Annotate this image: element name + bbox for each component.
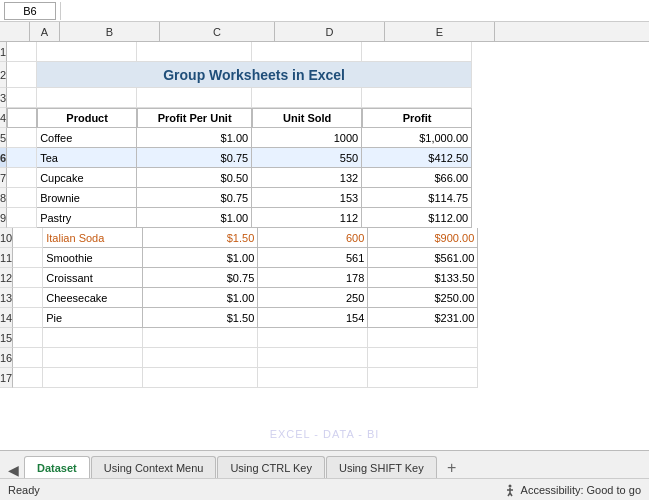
- cell-a12[interactable]: [13, 268, 43, 288]
- cell[interactable]: 132: [252, 168, 362, 188]
- cell[interactable]: $1.00: [137, 128, 252, 148]
- cell[interactable]: [143, 328, 258, 348]
- cell[interactable]: 112: [252, 208, 362, 228]
- cell[interactable]: $1.00: [143, 248, 258, 268]
- cell[interactable]: $1,000.00: [362, 128, 472, 148]
- cell[interactable]: $114.75: [362, 188, 472, 208]
- cell[interactable]: [137, 42, 252, 62]
- cell[interactable]: [37, 88, 137, 108]
- cell[interactable]: 153: [252, 188, 362, 208]
- cell[interactable]: [43, 348, 143, 368]
- cell[interactable]: Tea: [37, 148, 137, 168]
- cell-a4[interactable]: [7, 108, 37, 128]
- cell-a9[interactable]: [7, 208, 37, 228]
- row-header-16[interactable]: 16: [0, 348, 13, 368]
- row-header-1[interactable]: 1: [0, 42, 7, 62]
- cell[interactable]: [137, 88, 252, 108]
- cell[interactable]: 600: [258, 228, 368, 248]
- cell[interactable]: Pastry: [37, 208, 137, 228]
- row-header-15[interactable]: 15: [0, 328, 13, 348]
- cell[interactable]: $1.00: [143, 288, 258, 308]
- cell[interactable]: $250.00: [368, 288, 478, 308]
- cell[interactable]: $1.00: [137, 208, 252, 228]
- add-sheet-button[interactable]: +: [442, 458, 462, 478]
- cell-a1[interactable]: [7, 42, 37, 62]
- col-header-c[interactable]: C: [160, 22, 275, 41]
- cell[interactable]: [143, 348, 258, 368]
- row-header-2[interactable]: 2: [0, 62, 7, 88]
- cell[interactable]: [368, 328, 478, 348]
- row-header-9[interactable]: 9: [0, 208, 7, 228]
- cell-a10[interactable]: [13, 228, 43, 248]
- row-header-6[interactable]: 6: [0, 148, 7, 168]
- row-header-17[interactable]: 17: [0, 368, 13, 388]
- cell[interactable]: [43, 328, 143, 348]
- cell[interactable]: Cheesecake: [43, 288, 143, 308]
- cell-a2[interactable]: [7, 62, 37, 88]
- cell-a8[interactable]: [7, 188, 37, 208]
- cell[interactable]: 178: [258, 268, 368, 288]
- cell[interactable]: [362, 42, 472, 62]
- row-header-13[interactable]: 13: [0, 288, 13, 308]
- cell[interactable]: 154: [258, 308, 368, 328]
- cell[interactable]: $900.00: [368, 228, 478, 248]
- cell[interactable]: Croissant: [43, 268, 143, 288]
- cell-a14[interactable]: [13, 308, 43, 328]
- cell[interactable]: [368, 348, 478, 368]
- cell[interactable]: Cupcake: [37, 168, 137, 188]
- cell[interactable]: 1000: [252, 128, 362, 148]
- cell[interactable]: [258, 368, 368, 388]
- cell[interactable]: $561.00: [368, 248, 478, 268]
- cell[interactable]: $1.50: [143, 228, 258, 248]
- cell[interactable]: [362, 88, 472, 108]
- cell[interactable]: Brownie: [37, 188, 137, 208]
- cell[interactable]: [368, 368, 478, 388]
- cell[interactable]: $412.50: [362, 148, 472, 168]
- row-header-8[interactable]: 8: [0, 188, 7, 208]
- corner-cell[interactable]: [0, 22, 30, 41]
- cell-a13[interactable]: [13, 288, 43, 308]
- cell[interactable]: $231.00: [368, 308, 478, 328]
- cell[interactable]: Pie: [43, 308, 143, 328]
- cell-a11[interactable]: [13, 248, 43, 268]
- cell[interactable]: Smoothie: [43, 248, 143, 268]
- cell-a16[interactable]: [13, 348, 43, 368]
- cell[interactable]: $0.75: [143, 268, 258, 288]
- cell[interactable]: $0.75: [137, 148, 252, 168]
- scroll-tabs-left[interactable]: ◀: [4, 462, 23, 478]
- cell[interactable]: $133.50: [368, 268, 478, 288]
- name-box[interactable]: [4, 2, 56, 20]
- cell[interactable]: Italian Soda: [43, 228, 143, 248]
- cell-a7[interactable]: [7, 168, 37, 188]
- sheet-tab-using-ctrl-key[interactable]: Using CTRL Key: [217, 456, 325, 478]
- cell[interactable]: [258, 328, 368, 348]
- cell-a17[interactable]: [13, 368, 43, 388]
- cell[interactable]: [43, 368, 143, 388]
- row-header-11[interactable]: 11: [0, 248, 13, 268]
- row-header-7[interactable]: 7: [0, 168, 7, 188]
- row-header-10[interactable]: 10: [0, 228, 13, 248]
- cell-a6[interactable]: [7, 148, 37, 168]
- cell[interactable]: 550: [252, 148, 362, 168]
- cell[interactable]: $0.75: [137, 188, 252, 208]
- col-header-a[interactable]: A: [30, 22, 60, 41]
- sheet-tab-dataset[interactable]: Dataset: [24, 456, 90, 478]
- cell-a15[interactable]: [13, 328, 43, 348]
- cell-a5[interactable]: [7, 128, 37, 148]
- cell[interactable]: [37, 42, 137, 62]
- row-header-12[interactable]: 12: [0, 268, 13, 288]
- cell[interactable]: Coffee: [37, 128, 137, 148]
- cell[interactable]: [258, 348, 368, 368]
- cell[interactable]: 250: [258, 288, 368, 308]
- col-header-e[interactable]: E: [385, 22, 495, 41]
- cell[interactable]: $112.00: [362, 208, 472, 228]
- cell-a3[interactable]: [7, 88, 37, 108]
- cell[interactable]: [143, 368, 258, 388]
- row-header-4[interactable]: 4: [0, 108, 7, 128]
- col-header-b[interactable]: B: [60, 22, 160, 41]
- cell[interactable]: $0.50: [137, 168, 252, 188]
- col-header-d[interactable]: D: [275, 22, 385, 41]
- cell[interactable]: [252, 42, 362, 62]
- sheet-tab-using-context-menu[interactable]: Using Context Menu: [91, 456, 217, 478]
- cell[interactable]: $1.50: [143, 308, 258, 328]
